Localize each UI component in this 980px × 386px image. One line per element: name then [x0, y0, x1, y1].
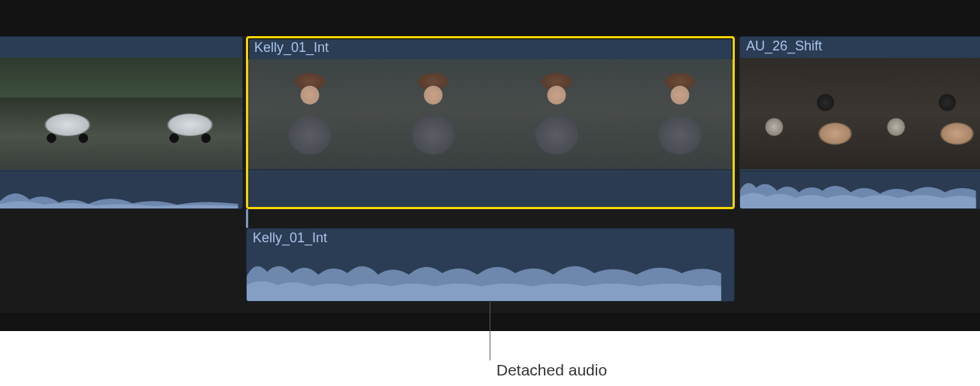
primary-video-track: Kelly_01_Int AU_26_Shift — [0, 36, 980, 209]
clip-thumbnails — [0, 58, 242, 169]
video-clip-selected[interactable]: Kelly_01_Int — [246, 36, 735, 209]
audio-clip-waveform[interactable] — [247, 251, 734, 301]
clip-audio-band-empty[interactable] — [248, 169, 733, 207]
clip-title — [6, 38, 239, 56]
clip-thumbnails — [248, 59, 733, 171]
clip-audio-band[interactable] — [740, 171, 980, 208]
thumbnail-frame — [248, 59, 372, 171]
thumbnail-frame — [372, 59, 495, 171]
video-clip[interactable] — [0, 36, 243, 209]
clip-title: AU_26_Shift — [746, 38, 977, 56]
clip-title: Kelly_01_Int — [254, 40, 730, 58]
clip-audio-band[interactable] — [0, 171, 242, 208]
thumbnail-frame — [618, 59, 733, 171]
thumbnail-frame — [862, 58, 980, 169]
detached-audio-track: Kelly_01_Int — [246, 228, 735, 302]
timeline-area: Kelly_01_Int AU_26_Shift — [0, 0, 980, 331]
audio-clip-title: Kelly_01_Int — [253, 230, 327, 246]
thumbnail-frame — [740, 58, 862, 169]
detached-audio-clip[interactable]: Kelly_01_Int — [246, 228, 735, 302]
thumbnail-frame — [495, 59, 618, 171]
timeline-top-bar — [0, 0, 980, 36]
waveform-icon — [0, 172, 238, 208]
audio-connector-icon — [246, 209, 248, 228]
waveform-icon — [247, 251, 721, 301]
thumbnail-frame — [0, 58, 123, 169]
waveform-icon — [740, 172, 976, 208]
callout-label: Detached audio — [496, 361, 607, 379]
video-clip[interactable]: AU_26_Shift — [739, 36, 980, 209]
thumbnail-frame — [123, 58, 242, 169]
callout-line-icon — [490, 302, 490, 360]
clip-thumbnails — [740, 58, 980, 169]
